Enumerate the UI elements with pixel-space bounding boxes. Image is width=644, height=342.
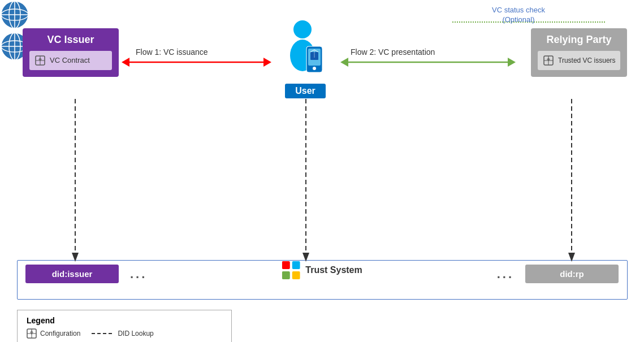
trust-system-label: Trust System	[305, 265, 362, 275]
dashed-arrow-rp	[566, 99, 577, 262]
vc-issuer-title: VC Issuer	[29, 34, 112, 46]
user-figure-icon	[271, 17, 339, 85]
trust-system-center: Trust System	[282, 261, 362, 279]
vc-issuer-block: VC Issuer VC Contract	[23, 28, 119, 77]
vc-status-label: VC status check (Optional)	[492, 6, 545, 25]
svg-marker-30	[340, 58, 348, 67]
legend-dashed-icon	[92, 330, 114, 337]
svg-marker-29	[263, 58, 271, 67]
svg-marker-36	[302, 253, 309, 262]
dots-right: ···	[497, 270, 514, 285]
vc-contract-icon	[34, 54, 46, 67]
did-issuer-box: did:issuer	[25, 265, 119, 283]
user-label: User	[285, 84, 326, 98]
trust-system-icon	[282, 261, 300, 279]
relying-party-block: Relying Party Trusted VC issuers	[531, 28, 627, 77]
relying-party-title: Relying Party	[538, 34, 620, 46]
user-area: User	[271, 17, 339, 98]
legend-did-text: DID Lookup	[118, 330, 153, 337]
vc-issuer-sub: VC Contract	[29, 51, 112, 70]
dashed-arrow-user	[300, 99, 312, 262]
trusted-vc-icon	[542, 54, 555, 67]
did-rp-box: did:rp	[525, 265, 619, 283]
svg-marker-34	[72, 253, 79, 262]
relying-party-sub: Trusted VC issuers	[538, 51, 620, 70]
legend-cube-icon	[27, 328, 37, 339]
vc-contract-label: VC Contract	[50, 56, 90, 64]
svg-rect-39	[282, 261, 289, 269]
legend-item-config: Configuration	[27, 328, 80, 339]
legend-items: Configuration DID Lookup VC status check…	[27, 328, 222, 342]
svg-rect-40	[292, 261, 300, 269]
legend-item-did: DID Lookup	[92, 330, 153, 337]
svg-point-22	[313, 67, 316, 70]
svg-rect-41	[282, 271, 289, 279]
diagram-container: VC status check (Optional) VC Issuer	[0, 0, 644, 342]
svg-point-18	[293, 20, 312, 38]
svg-marker-38	[568, 253, 575, 262]
flow2-arrow	[340, 54, 516, 71]
svg-rect-42	[292, 271, 300, 279]
legend-box: Legend Configuration DID Lookup	[17, 310, 232, 342]
svg-marker-32	[508, 58, 516, 67]
legend-title: Legend	[27, 316, 222, 325]
svg-marker-27	[122, 58, 129, 67]
svg-marker-46	[30, 330, 33, 335]
dashed-arrow-issuer	[70, 99, 81, 262]
flow1-arrow	[122, 54, 271, 71]
trusted-vc-issuers-label: Trusted VC issuers	[558, 57, 616, 64]
legend-config-text: Configuration	[40, 330, 80, 337]
dots-left: ···	[130, 270, 147, 285]
